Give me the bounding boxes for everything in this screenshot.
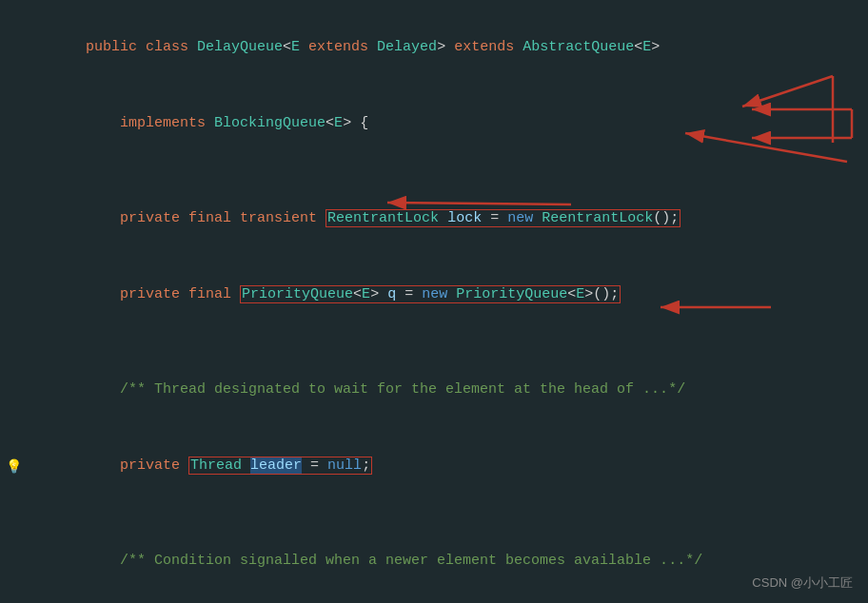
keyword-implements: implements bbox=[120, 115, 214, 131]
punct-lt2: < bbox=[634, 39, 642, 55]
kw-new1: new bbox=[507, 210, 542, 226]
keyword-class: class bbox=[146, 39, 197, 55]
eq3: = bbox=[302, 457, 327, 474]
type-e5: E bbox=[576, 286, 584, 302]
type-pq2: PriorityQueue bbox=[456, 286, 567, 302]
eq2: = bbox=[396, 286, 422, 302]
kw-private3: private bbox=[120, 457, 188, 474]
code-editor: public class DelayQueue<E extends Delaye… bbox=[0, 0, 868, 603]
type-blockingqueue: BlockingQueue bbox=[214, 115, 326, 131]
type-delayed: Delayed bbox=[377, 39, 437, 55]
keyword-public: public bbox=[86, 39, 146, 55]
type-reentrantlock: ReentrantLock bbox=[327, 210, 439, 226]
type-pq: PriorityQueue bbox=[242, 286, 353, 302]
watermark: CSDN @小小工匠 bbox=[752, 574, 853, 592]
line-4: private final transient ReentrantLock lo… bbox=[0, 181, 868, 257]
content-2: implements BlockingQueue<E> { bbox=[27, 87, 868, 161]
line-10: /** Condition signalled when a newer ele… bbox=[0, 523, 868, 599]
content-4: private final transient ReentrantLock lo… bbox=[27, 182, 868, 256]
indent-10 bbox=[86, 553, 120, 569]
type-e4: E bbox=[362, 286, 370, 302]
content-7: /** Thread designated to wait for the el… bbox=[27, 353, 868, 427]
indent-8 bbox=[86, 457, 120, 474]
content-1: public class DelayQueue<E extends Delaye… bbox=[27, 10, 868, 85]
line-empty-1 bbox=[0, 162, 868, 181]
eq1: = bbox=[482, 210, 507, 226]
comment-condition: /** Condition signalled when a newer ele… bbox=[120, 553, 702, 569]
var-lock: lock bbox=[447, 210, 482, 226]
parens1: (); bbox=[653, 210, 679, 226]
content-10: /** Condition signalled when a newer ele… bbox=[27, 524, 868, 598]
kw-transient: transient bbox=[240, 210, 326, 226]
comment-thread: /** Thread designated to wait for the el… bbox=[120, 381, 685, 398]
var-leader: leader bbox=[250, 457, 302, 474]
keyword-extends2: extends bbox=[454, 39, 523, 55]
space2 bbox=[242, 457, 250, 474]
kw-null: null bbox=[327, 457, 362, 474]
line-1: public class DelayQueue<E extends Delaye… bbox=[0, 10, 868, 86]
bulb-icon: 💡 bbox=[6, 458, 22, 475]
semi1: ; bbox=[362, 457, 370, 474]
punct-4: > { bbox=[343, 115, 368, 131]
kw-private1: private bbox=[120, 210, 188, 226]
kw-private2: private bbox=[120, 286, 188, 302]
punct-3: < bbox=[326, 115, 334, 131]
type-abstractqueue: AbstractQueue bbox=[523, 39, 634, 55]
punct-lt: < bbox=[283, 39, 291, 55]
line-empty-3 bbox=[0, 504, 868, 523]
pq2-gt: >(); bbox=[584, 286, 619, 302]
indent-2 bbox=[86, 115, 120, 131]
var-q: q bbox=[387, 286, 396, 302]
kw-final2: final bbox=[188, 286, 240, 302]
pq2-lt: < bbox=[567, 286, 576, 302]
content-8: private Thread leader = null; bbox=[27, 429, 868, 503]
type-e: E bbox=[291, 39, 308, 55]
content-5: private final PriorityQueue<E> q = new P… bbox=[27, 258, 868, 332]
indent-7 bbox=[86, 381, 120, 398]
indent-4 bbox=[86, 210, 120, 226]
keyword-extends: extends bbox=[308, 39, 377, 55]
punct-gt: > bbox=[437, 39, 454, 55]
type-thread: Thread bbox=[190, 457, 242, 474]
space1 bbox=[439, 210, 447, 226]
selected-leader: leader bbox=[250, 457, 302, 474]
box-leader: Thread leader = null; bbox=[188, 457, 372, 475]
kw-final1: final bbox=[188, 210, 240, 226]
type-e3: E bbox=[334, 115, 343, 131]
kw-new2: new bbox=[422, 286, 456, 302]
pq-lt: < bbox=[353, 286, 362, 302]
line-7: /** Thread designated to wait for the el… bbox=[0, 352, 868, 428]
indent-5 bbox=[86, 286, 120, 302]
gutter-8: 💡 bbox=[0, 458, 27, 475]
line-11: private final Condition available = lock… bbox=[0, 599, 868, 603]
line-8: 💡 private Thread leader = null; bbox=[0, 428, 868, 504]
pq-gt: > bbox=[370, 286, 387, 302]
punct-gt2: > bbox=[651, 39, 660, 55]
type-rl2: ReentrantLock bbox=[542, 210, 653, 226]
line-5: private final PriorityQueue<E> q = new P… bbox=[0, 257, 868, 333]
classname-delayqueue: DelayQueue bbox=[197, 39, 283, 55]
line-empty-2 bbox=[0, 333, 868, 352]
line-2: implements BlockingQueue<E> { bbox=[0, 86, 868, 162]
box-reentrantlock: ReentrantLock lock = new ReentrantLock()… bbox=[326, 209, 681, 227]
type-e2: E bbox=[642, 39, 651, 55]
box-priorityqueue: PriorityQueue<E> q = new PriorityQueue<E… bbox=[240, 285, 621, 303]
